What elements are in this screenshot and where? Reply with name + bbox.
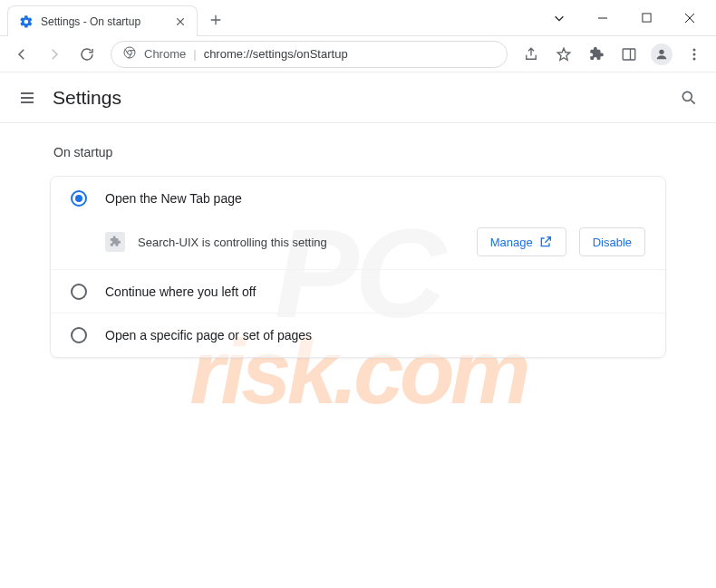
- radio-unselected[interactable]: [71, 327, 87, 343]
- settings-content: On startup Open the New Tab page Search-…: [0, 123, 716, 358]
- option-new-tab-page[interactable]: Open the New Tab page: [51, 177, 665, 220]
- window-controls: [533, 0, 716, 35]
- svg-point-9: [682, 92, 692, 101]
- window-titlebar: Settings - On startup: [0, 0, 716, 36]
- avatar-icon: [651, 43, 672, 65]
- address-bar[interactable]: Chrome | chrome://settings/onStartup: [111, 41, 508, 68]
- close-window-button[interactable]: [676, 5, 703, 32]
- radio-selected[interactable]: [71, 190, 87, 207]
- share-icon[interactable]: [517, 40, 546, 69]
- settings-header: Settings: [0, 72, 716, 123]
- svg-point-8: [693, 57, 696, 60]
- search-icon[interactable]: [680, 89, 698, 107]
- chrome-icon: [122, 45, 137, 63]
- option-continue[interactable]: Continue where you left off: [51, 270, 665, 313]
- back-button[interactable]: [7, 40, 36, 69]
- option-label: Open a specific page or set of pages: [105, 328, 312, 342]
- hamburger-icon[interactable]: [18, 89, 36, 107]
- url-text: chrome://settings/onStartup: [204, 47, 348, 61]
- gear-icon: [19, 14, 34, 29]
- extensions-icon[interactable]: [582, 40, 611, 69]
- new-tab-button[interactable]: [203, 7, 228, 33]
- option-label: Continue where you left off: [105, 284, 256, 299]
- controlled-message: Search-UIX is controlling this setting: [138, 236, 464, 249]
- menu-icon[interactable]: [680, 40, 709, 69]
- svg-point-5: [659, 49, 663, 53]
- minimize-button[interactable]: [589, 5, 616, 32]
- forward-button[interactable]: [40, 40, 69, 69]
- browser-toolbar: Chrome | chrome://settings/onStartup: [0, 36, 716, 72]
- site-label: Chrome: [144, 47, 186, 61]
- manage-button[interactable]: Manage: [477, 227, 566, 256]
- tab-title: Settings - On startup: [41, 15, 168, 28]
- option-label: Open the New Tab page: [105, 191, 242, 206]
- star-icon[interactable]: [549, 40, 578, 69]
- page-title: Settings: [53, 87, 121, 109]
- svg-rect-3: [623, 49, 635, 60]
- startup-options-card: Open the New Tab page Search-UIX is cont…: [50, 176, 666, 358]
- section-heading: On startup: [50, 145, 666, 159]
- reload-button[interactable]: [73, 40, 102, 69]
- svg-point-6: [693, 48, 696, 51]
- extension-controlled-notice: Search-UIX is controlling this setting M…: [51, 220, 665, 270]
- profile-button[interactable]: [647, 40, 676, 69]
- svg-point-7: [693, 53, 696, 55]
- maximize-button[interactable]: [633, 5, 660, 32]
- svg-rect-0: [642, 14, 650, 22]
- external-link-icon: [538, 235, 553, 249]
- extension-icon: [105, 232, 125, 252]
- radio-unselected[interactable]: [71, 284, 87, 300]
- chevron-down-icon[interactable]: [546, 5, 573, 32]
- browser-tab[interactable]: Settings - On startup: [7, 5, 198, 36]
- sidepanel-icon[interactable]: [614, 40, 643, 69]
- disable-button[interactable]: Disable: [579, 227, 645, 256]
- close-icon[interactable]: [175, 16, 186, 27]
- option-specific-pages[interactable]: Open a specific page or set of pages: [51, 313, 665, 357]
